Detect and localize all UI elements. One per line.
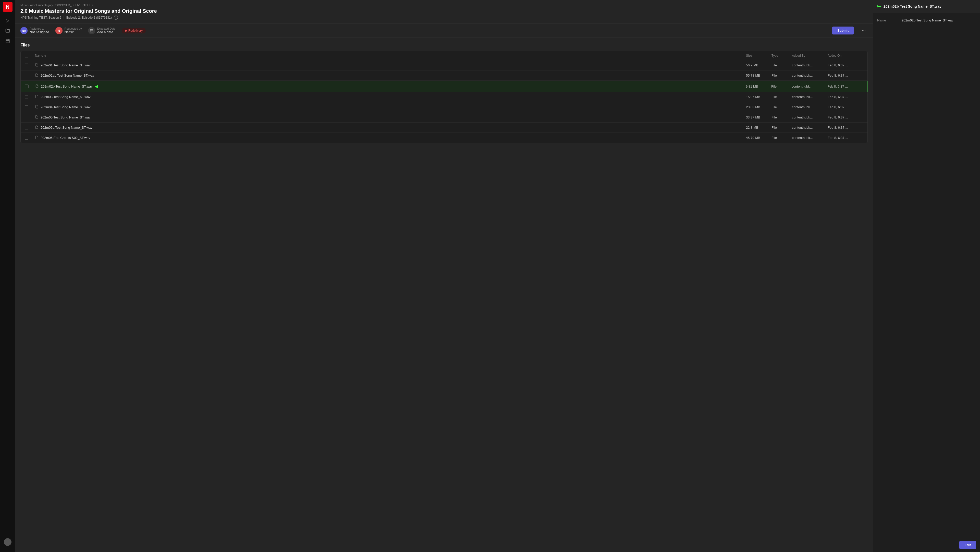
calendar-icon[interactable] xyxy=(3,36,12,45)
files-section: Files Name ⇅ Size Type Added By Added On xyxy=(15,38,873,552)
table-row[interactable]: 202m03 Test Song Name_ST.wav 15.97 MB Fi… xyxy=(21,92,867,102)
select-all-checkbox[interactable] xyxy=(25,54,35,57)
row-checkbox[interactable] xyxy=(25,74,35,77)
submit-button[interactable]: Submit xyxy=(832,27,854,35)
file-type: File xyxy=(772,73,792,77)
type-column-header: Type xyxy=(772,54,792,57)
file-type: File xyxy=(772,115,792,119)
file-doc-icon xyxy=(35,135,38,140)
file-added-by: contenthubk... xyxy=(792,73,828,77)
assigned-to-label: Assigned to xyxy=(30,27,49,30)
expected-date-info: Expected Date Add a date xyxy=(97,27,116,34)
row-checkbox[interactable] xyxy=(25,136,35,140)
table-body: 202m01 Test Song Name_ST.wav 56.7 MB Fil… xyxy=(21,60,867,143)
added-on-column-header: Added On xyxy=(828,54,863,57)
file-size: 45.79 MB xyxy=(746,136,772,140)
requested-by-item[interactable]: N Requested by Netflix xyxy=(56,27,82,34)
file-name-cell: 202m06 End Credits S02_ST.wav xyxy=(35,135,746,140)
file-size: 56.7 MB xyxy=(746,63,772,67)
file-name: 202m02b Test Song Name_ST.wav xyxy=(41,85,93,88)
file-type: File xyxy=(771,85,792,88)
more-options-button[interactable]: ··· xyxy=(860,27,868,34)
redelivery-dot xyxy=(125,30,127,32)
name-column-header[interactable]: Name ⇅ xyxy=(35,54,746,57)
file-added-on: Feb 8, 6:37 ... xyxy=(827,85,863,88)
sort-icon: ⇅ xyxy=(44,54,46,57)
file-name: 202m05a Test Song Name_ST.wav xyxy=(41,126,92,129)
right-panel-header: ↦ 202m02b Test Song Name_ST.wav xyxy=(873,0,980,13)
file-size: 33.37 MB xyxy=(746,115,772,119)
table-row[interactable]: 202m05a Test Song Name_ST.wav 22.8 MB Fi… xyxy=(21,123,867,133)
requested-by-label: Requested by xyxy=(65,27,82,30)
file-name-cell: 202m05 Test Song Name_ST.wav xyxy=(35,115,746,120)
file-added-by: contenthubk... xyxy=(792,85,827,88)
assigned-to-item[interactable]: NA Assigned to Not Assigned xyxy=(21,27,49,34)
green-cursor-arrow: ▶ xyxy=(95,83,98,89)
row-checkbox[interactable] xyxy=(25,64,35,67)
panel-body: Name 202m02b Test Song Name_ST.wav xyxy=(873,13,980,538)
table-row[interactable]: 202m02b Test Song Name_ST.wav ▶ 9.81 MB … xyxy=(21,81,867,92)
size-column-header: Size xyxy=(746,54,772,57)
expected-date-item[interactable]: Expected Date Add a date xyxy=(88,27,116,34)
subtitle: NPS Training TEST: Season 2 | Episode 2:… xyxy=(21,16,868,20)
info-icon[interactable]: i xyxy=(114,16,118,20)
svg-rect-0 xyxy=(6,39,10,43)
screen-icon[interactable]: ▷ xyxy=(3,16,12,25)
file-size: 9.81 MB xyxy=(746,85,771,88)
main-content: Music - asset.subcategory.COMPOSER_DELIV… xyxy=(15,0,873,552)
file-size: 55.78 MB xyxy=(746,73,772,77)
panel-name-label: Name xyxy=(877,18,897,22)
file-doc-icon xyxy=(35,105,38,110)
file-doc-icon xyxy=(35,125,38,130)
file-doc-icon xyxy=(35,84,39,89)
row-checkbox[interactable] xyxy=(25,116,35,119)
sidebar: N ▷ xyxy=(0,0,15,552)
files-table: Name ⇅ Size Type Added By Added On 202m0 xyxy=(21,51,868,143)
separator: | xyxy=(64,16,64,19)
panel-name-value: 202m02b Test Song Name_ST.wav xyxy=(902,18,953,22)
file-added-on: Feb 8, 6:37 ... xyxy=(828,63,863,67)
panel-name-row: Name 202m02b Test Song Name_ST.wav xyxy=(877,18,976,22)
files-section-title: Files xyxy=(21,43,868,48)
assigned-avatar: NA xyxy=(21,27,27,34)
file-name-cell: 202m02b Test Song Name_ST.wav ▶ xyxy=(35,83,746,89)
file-name-cell: 202m05a Test Song Name_ST.wav xyxy=(35,125,746,130)
row-checkbox[interactable] xyxy=(25,105,35,109)
file-type: File xyxy=(772,126,792,129)
redelivery-badge[interactable]: Redelivery xyxy=(122,28,146,34)
show-name: NPS Training TEST: Season 2 xyxy=(21,16,62,19)
name-col-label: Name xyxy=(35,54,43,57)
row-checkbox[interactable] xyxy=(25,126,35,129)
file-name-cell: 202m04 Test Song Name_ST.wav xyxy=(35,105,746,110)
file-added-on: Feb 8, 6:37 ... xyxy=(828,95,863,99)
table-header: Name ⇅ Size Type Added By Added On xyxy=(21,51,867,60)
table-row[interactable]: 202m01 Test Song Name_ST.wav 56.7 MB Fil… xyxy=(21,60,867,70)
row-checkbox[interactable] xyxy=(25,85,35,88)
netflix-logo[interactable]: N xyxy=(3,2,13,12)
file-added-on: Feb 8, 6:37 ... xyxy=(828,115,863,119)
file-type: File xyxy=(772,95,792,99)
file-type: File xyxy=(772,63,792,67)
file-added-on: Feb 8, 6:37 ... xyxy=(828,136,863,140)
folder-icon[interactable] xyxy=(3,26,12,35)
added-by-column-header: Added By xyxy=(792,54,828,57)
file-name-cell: 202m02ab Test Song Name_ST.wav xyxy=(35,73,746,78)
expected-date-label: Expected Date xyxy=(97,27,116,30)
requested-avatar: N xyxy=(56,27,62,34)
meta-row: NA Assigned to Not Assigned N Requested … xyxy=(15,24,873,38)
assigned-to-value: Not Assigned xyxy=(30,30,49,34)
table-row[interactable]: 202m05 Test Song Name_ST.wav 33.37 MB Fi… xyxy=(21,112,867,123)
calendar-meta-icon xyxy=(88,27,95,34)
file-name: 202m04 Test Song Name_ST.wav xyxy=(41,105,91,109)
breadcrumb: Music - asset.subcategory.COMPOSER_DELIV… xyxy=(21,3,868,6)
file-size: 23.03 MB xyxy=(746,105,772,109)
table-row[interactable]: 202m04 Test Song Name_ST.wav 23.03 MB Fi… xyxy=(21,102,867,112)
row-checkbox[interactable] xyxy=(25,95,35,99)
table-row[interactable]: 202m06 End Credits S02_ST.wav 45.79 MB F… xyxy=(21,133,867,143)
edit-button[interactable]: Edit xyxy=(959,541,976,549)
episode-label: Episode 2: Episode 2 (81579181) xyxy=(66,16,112,19)
user-avatar[interactable] xyxy=(4,538,11,546)
file-name: 202m05 Test Song Name_ST.wav xyxy=(41,115,91,119)
file-size: 15.97 MB xyxy=(746,95,772,99)
table-row[interactable]: 202m02ab Test Song Name_ST.wav 55.78 MB … xyxy=(21,70,867,81)
